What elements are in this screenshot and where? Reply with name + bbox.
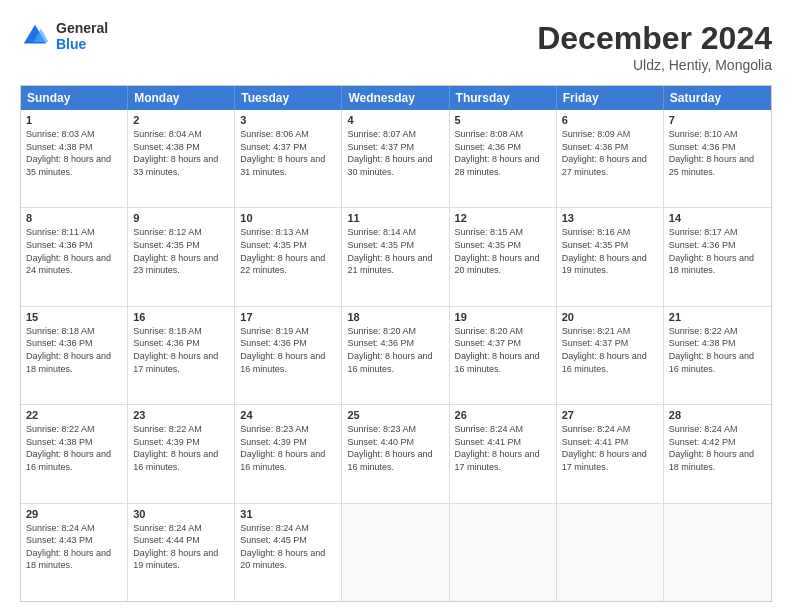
day-number: 23 xyxy=(133,409,229,421)
cell-info: Sunrise: 8:16 AMSunset: 4:35 PMDaylight:… xyxy=(562,226,658,276)
day-number: 30 xyxy=(133,508,229,520)
cell-info: Sunrise: 8:14 AMSunset: 4:35 PMDaylight:… xyxy=(347,226,443,276)
day-number: 21 xyxy=(669,311,766,323)
calendar-body: 1 Sunrise: 8:03 AMSunset: 4:38 PMDayligh… xyxy=(21,110,771,601)
cal-cell-3-4: 18 Sunrise: 8:20 AMSunset: 4:36 PMDaylig… xyxy=(342,307,449,404)
cell-info: Sunrise: 8:04 AMSunset: 4:38 PMDaylight:… xyxy=(133,128,229,178)
cell-info: Sunrise: 8:20 AMSunset: 4:37 PMDaylight:… xyxy=(455,325,551,375)
day-number: 15 xyxy=(26,311,122,323)
cell-info: Sunrise: 8:23 AMSunset: 4:39 PMDaylight:… xyxy=(240,423,336,473)
calendar: Sunday Monday Tuesday Wednesday Thursday… xyxy=(20,85,772,602)
cal-cell-1-2: 2 Sunrise: 8:04 AMSunset: 4:38 PMDayligh… xyxy=(128,110,235,207)
cal-cell-1-6: 6 Sunrise: 8:09 AMSunset: 4:36 PMDayligh… xyxy=(557,110,664,207)
week-row-4: 22 Sunrise: 8:22 AMSunset: 4:38 PMDaylig… xyxy=(21,404,771,502)
logo-text: General Blue xyxy=(56,20,108,52)
cal-cell-4-2: 23 Sunrise: 8:22 AMSunset: 4:39 PMDaylig… xyxy=(128,405,235,502)
week-row-3: 15 Sunrise: 8:18 AMSunset: 4:36 PMDaylig… xyxy=(21,306,771,404)
day-number: 29 xyxy=(26,508,122,520)
cal-cell-2-2: 9 Sunrise: 8:12 AMSunset: 4:35 PMDayligh… xyxy=(128,208,235,305)
cal-cell-5-1: 29 Sunrise: 8:24 AMSunset: 4:43 PMDaylig… xyxy=(21,504,128,601)
day-number: 26 xyxy=(455,409,551,421)
main-title: December 2024 xyxy=(537,20,772,57)
day-number: 12 xyxy=(455,212,551,224)
day-number: 17 xyxy=(240,311,336,323)
cell-info: Sunrise: 8:10 AMSunset: 4:36 PMDaylight:… xyxy=(669,128,766,178)
cell-info: Sunrise: 8:18 AMSunset: 4:36 PMDaylight:… xyxy=(133,325,229,375)
week-row-2: 8 Sunrise: 8:11 AMSunset: 4:36 PMDayligh… xyxy=(21,207,771,305)
cell-info: Sunrise: 8:03 AMSunset: 4:38 PMDaylight:… xyxy=(26,128,122,178)
cal-cell-3-5: 19 Sunrise: 8:20 AMSunset: 4:37 PMDaylig… xyxy=(450,307,557,404)
header-friday: Friday xyxy=(557,86,664,110)
cal-cell-3-2: 16 Sunrise: 8:18 AMSunset: 4:36 PMDaylig… xyxy=(128,307,235,404)
cell-info: Sunrise: 8:24 AMSunset: 4:41 PMDaylight:… xyxy=(562,423,658,473)
cell-info: Sunrise: 8:15 AMSunset: 4:35 PMDaylight:… xyxy=(455,226,551,276)
cal-cell-4-5: 26 Sunrise: 8:24 AMSunset: 4:41 PMDaylig… xyxy=(450,405,557,502)
day-number: 20 xyxy=(562,311,658,323)
cal-cell-5-3: 31 Sunrise: 8:24 AMSunset: 4:45 PMDaylig… xyxy=(235,504,342,601)
cal-cell-4-1: 22 Sunrise: 8:22 AMSunset: 4:38 PMDaylig… xyxy=(21,405,128,502)
cal-cell-4-3: 24 Sunrise: 8:23 AMSunset: 4:39 PMDaylig… xyxy=(235,405,342,502)
cal-cell-2-6: 13 Sunrise: 8:16 AMSunset: 4:35 PMDaylig… xyxy=(557,208,664,305)
cal-cell-5-4 xyxy=(342,504,449,601)
day-number: 14 xyxy=(669,212,766,224)
cell-info: Sunrise: 8:12 AMSunset: 4:35 PMDaylight:… xyxy=(133,226,229,276)
cell-info: Sunrise: 8:18 AMSunset: 4:36 PMDaylight:… xyxy=(26,325,122,375)
day-number: 7 xyxy=(669,114,766,126)
cell-info: Sunrise: 8:20 AMSunset: 4:36 PMDaylight:… xyxy=(347,325,443,375)
cal-cell-1-1: 1 Sunrise: 8:03 AMSunset: 4:38 PMDayligh… xyxy=(21,110,128,207)
cal-cell-2-1: 8 Sunrise: 8:11 AMSunset: 4:36 PMDayligh… xyxy=(21,208,128,305)
cal-cell-3-3: 17 Sunrise: 8:19 AMSunset: 4:36 PMDaylig… xyxy=(235,307,342,404)
day-number: 2 xyxy=(133,114,229,126)
day-number: 22 xyxy=(26,409,122,421)
cell-info: Sunrise: 8:24 AMSunset: 4:44 PMDaylight:… xyxy=(133,522,229,572)
cell-info: Sunrise: 8:09 AMSunset: 4:36 PMDaylight:… xyxy=(562,128,658,178)
cell-info: Sunrise: 8:13 AMSunset: 4:35 PMDaylight:… xyxy=(240,226,336,276)
cal-cell-4-7: 28 Sunrise: 8:24 AMSunset: 4:42 PMDaylig… xyxy=(664,405,771,502)
day-number: 27 xyxy=(562,409,658,421)
cell-info: Sunrise: 8:22 AMSunset: 4:39 PMDaylight:… xyxy=(133,423,229,473)
cell-info: Sunrise: 8:21 AMSunset: 4:37 PMDaylight:… xyxy=(562,325,658,375)
cal-cell-3-7: 21 Sunrise: 8:22 AMSunset: 4:38 PMDaylig… xyxy=(664,307,771,404)
cal-cell-2-3: 10 Sunrise: 8:13 AMSunset: 4:35 PMDaylig… xyxy=(235,208,342,305)
day-number: 10 xyxy=(240,212,336,224)
day-number: 9 xyxy=(133,212,229,224)
logo-icon xyxy=(20,21,50,51)
cell-info: Sunrise: 8:24 AMSunset: 4:42 PMDaylight:… xyxy=(669,423,766,473)
cal-cell-1-7: 7 Sunrise: 8:10 AMSunset: 4:36 PMDayligh… xyxy=(664,110,771,207)
cell-info: Sunrise: 8:11 AMSunset: 4:36 PMDaylight:… xyxy=(26,226,122,276)
week-row-5: 29 Sunrise: 8:24 AMSunset: 4:43 PMDaylig… xyxy=(21,503,771,601)
cell-info: Sunrise: 8:24 AMSunset: 4:43 PMDaylight:… xyxy=(26,522,122,572)
title-section: December 2024 Uldz, Hentiy, Mongolia xyxy=(537,20,772,73)
day-number: 13 xyxy=(562,212,658,224)
day-number: 4 xyxy=(347,114,443,126)
cal-cell-1-4: 4 Sunrise: 8:07 AMSunset: 4:37 PMDayligh… xyxy=(342,110,449,207)
day-number: 18 xyxy=(347,311,443,323)
cal-cell-3-6: 20 Sunrise: 8:21 AMSunset: 4:37 PMDaylig… xyxy=(557,307,664,404)
header-sunday: Sunday xyxy=(21,86,128,110)
day-number: 25 xyxy=(347,409,443,421)
day-number: 28 xyxy=(669,409,766,421)
subtitle: Uldz, Hentiy, Mongolia xyxy=(537,57,772,73)
cell-info: Sunrise: 8:08 AMSunset: 4:36 PMDaylight:… xyxy=(455,128,551,178)
logo: General Blue xyxy=(20,20,108,52)
day-number: 1 xyxy=(26,114,122,126)
cal-cell-2-5: 12 Sunrise: 8:15 AMSunset: 4:35 PMDaylig… xyxy=(450,208,557,305)
cell-info: Sunrise: 8:06 AMSunset: 4:37 PMDaylight:… xyxy=(240,128,336,178)
header-wednesday: Wednesday xyxy=(342,86,449,110)
cal-cell-4-4: 25 Sunrise: 8:23 AMSunset: 4:40 PMDaylig… xyxy=(342,405,449,502)
day-number: 19 xyxy=(455,311,551,323)
cal-cell-5-2: 30 Sunrise: 8:24 AMSunset: 4:44 PMDaylig… xyxy=(128,504,235,601)
week-row-1: 1 Sunrise: 8:03 AMSunset: 4:38 PMDayligh… xyxy=(21,110,771,207)
cell-info: Sunrise: 8:23 AMSunset: 4:40 PMDaylight:… xyxy=(347,423,443,473)
cell-info: Sunrise: 8:19 AMSunset: 4:36 PMDaylight:… xyxy=(240,325,336,375)
cell-info: Sunrise: 8:22 AMSunset: 4:38 PMDaylight:… xyxy=(26,423,122,473)
cell-info: Sunrise: 8:17 AMSunset: 4:36 PMDaylight:… xyxy=(669,226,766,276)
day-number: 11 xyxy=(347,212,443,224)
header-saturday: Saturday xyxy=(664,86,771,110)
day-number: 24 xyxy=(240,409,336,421)
cal-cell-1-5: 5 Sunrise: 8:08 AMSunset: 4:36 PMDayligh… xyxy=(450,110,557,207)
day-number: 16 xyxy=(133,311,229,323)
cell-info: Sunrise: 8:24 AMSunset: 4:45 PMDaylight:… xyxy=(240,522,336,572)
day-number: 6 xyxy=(562,114,658,126)
day-number: 8 xyxy=(26,212,122,224)
